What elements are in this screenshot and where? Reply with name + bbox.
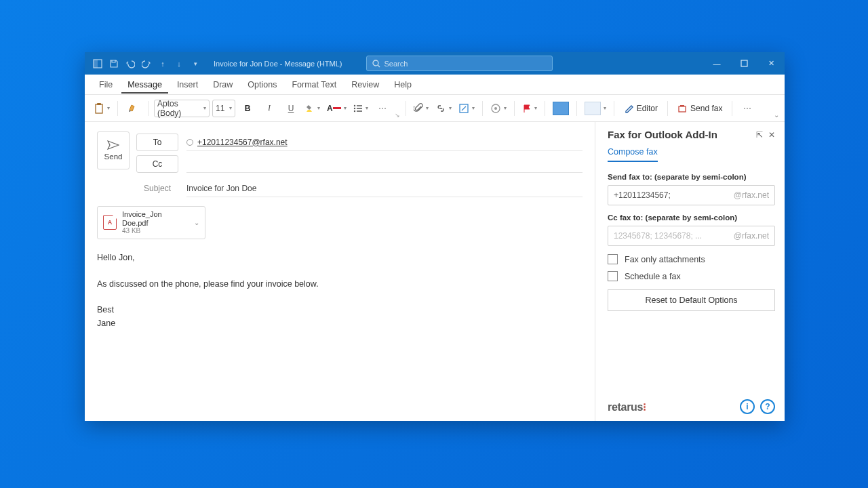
cc-field[interactable] <box>186 155 583 173</box>
chk-schedule-fax[interactable]: Schedule a fax <box>608 271 775 281</box>
chk-fax-only-attachments[interactable]: Fax only attachments <box>608 254 775 264</box>
panel-title: Fax for Outlook Add-In <box>608 129 717 140</box>
link-button[interactable]: ▾ <box>433 99 454 118</box>
svg-point-7 <box>353 107 355 108</box>
qat-overflow-icon[interactable]: ▾ <box>189 58 201 70</box>
group-launcher-icon[interactable]: ↘ <box>395 112 400 119</box>
undo-icon[interactable] <box>124 58 136 70</box>
paste-button[interactable]: ▾ <box>92 99 112 118</box>
titlebar: ↑ ↓ ▾ Invoice for Jon Doe - Message (HTM… <box>85 52 785 75</box>
maximize-button[interactable] <box>730 52 757 75</box>
tab-message[interactable]: Message <box>121 76 168 94</box>
to-button[interactable]: To <box>136 134 178 151</box>
to-field[interactable]: +12011234567@rfax.net <box>186 134 583 151</box>
immersive-reader-button[interactable] <box>551 99 571 118</box>
fontsize-combo[interactable]: 11▾ <box>212 100 235 117</box>
brand-logo: retarus⁝ <box>608 401 646 413</box>
svg-point-8 <box>353 110 355 111</box>
subject-field[interactable]: Invoice for Jon Doe <box>186 180 583 197</box>
checkbox-icon <box>608 254 618 264</box>
svg-rect-3 <box>741 60 747 66</box>
ribbon-tabs: File Message Insert Draw Options Format … <box>85 75 785 95</box>
compose-pane: Send To +12011234567@rfax.net Cc <box>85 122 595 421</box>
send-button[interactable]: Send <box>97 131 130 169</box>
window-controls: — ✕ <box>703 52 785 75</box>
svg-point-6 <box>353 104 355 106</box>
fontcolor-button[interactable]: A▾ <box>325 99 349 118</box>
ccto-label: Cc fax to: (separate by semi-colon) <box>608 214 775 222</box>
recipient-status-icon <box>186 139 193 146</box>
signature-button[interactable]: ▾ <box>456 99 477 118</box>
info-icon[interactable]: i <box>740 399 755 414</box>
search-placeholder: Search <box>384 60 408 68</box>
to-recipient[interactable]: +12011234567@rfax.net <box>197 138 288 147</box>
app-icon[interactable] <box>92 58 104 70</box>
underline-button[interactable]: U <box>281 99 300 118</box>
reset-defaults-button[interactable]: Reset to Default Options <box>608 289 775 311</box>
more-formatting-button[interactable]: ⋯ <box>373 99 392 118</box>
attach-button[interactable]: ▾ <box>412 99 431 118</box>
tab-insert[interactable]: Insert <box>171 76 204 94</box>
tab-draw[interactable]: Draw <box>207 76 239 94</box>
bullets-button[interactable]: ▾ <box>351 99 370 118</box>
quick-access-toolbar: ↑ ↓ ▾ <box>85 58 208 70</box>
window-title: Invoice for Jon Doe - Message (HTML) <box>208 60 342 68</box>
editor-icon <box>624 104 633 113</box>
view-templates-button[interactable]: ▾ <box>583 99 608 118</box>
policy-button[interactable]: ▾ <box>488 99 509 118</box>
redo-icon[interactable] <box>140 58 153 70</box>
tab-options[interactable]: Options <box>241 76 283 94</box>
tab-review[interactable]: Review <box>345 76 385 94</box>
svg-point-2 <box>373 60 378 66</box>
panel-pin-icon[interactable]: ⇱ <box>756 130 763 140</box>
cc-button[interactable]: Cc <box>136 155 178 173</box>
bold-button[interactable]: B <box>238 99 257 118</box>
format-painter-button[interactable] <box>123 99 142 118</box>
sendfax-to-input[interactable]: +12011234567; @rfax.net <box>608 185 775 205</box>
close-button[interactable]: ✕ <box>757 52 785 75</box>
svg-rect-12 <box>679 106 686 112</box>
ribbon-overflow-button[interactable]: ⋯ <box>738 99 757 118</box>
search-icon <box>372 60 380 68</box>
panel-tab-compose[interactable]: Compose fax <box>608 147 658 162</box>
chevron-down-icon[interactable]: ⌄ <box>194 219 199 226</box>
address-block: Send To +12011234567@rfax.net Cc <box>97 131 583 199</box>
message-body[interactable]: Hello Jon, As discussed on the phone, pl… <box>97 251 583 330</box>
highlight-button[interactable]: ▾ <box>303 99 322 118</box>
svg-point-11 <box>494 107 497 110</box>
attachment-chip[interactable]: A Invoice_Jon Doe.pdf 43 KB ⌄ <box>97 206 205 239</box>
font-combo[interactable]: Aptos (Body)▾ <box>154 100 210 117</box>
attachment-name: Invoice_Jon Doe.pdf <box>122 210 189 227</box>
save-icon[interactable] <box>108 58 120 70</box>
outlook-window: ↑ ↓ ▾ Invoice for Jon Doe - Message (HTM… <box>85 52 785 421</box>
search-input[interactable]: Search <box>366 56 553 71</box>
down-arrow-icon[interactable]: ↓ <box>173 58 185 70</box>
tab-help[interactable]: Help <box>388 76 418 94</box>
attachment-size: 43 KB <box>122 227 189 235</box>
svg-rect-5 <box>97 103 101 105</box>
editor-button[interactable]: Editor <box>620 104 662 113</box>
subject-label: Subject <box>136 184 178 193</box>
tab-file[interactable]: File <box>93 76 119 94</box>
fax-icon <box>677 104 687 113</box>
domain-suffix-cc: @rfax.net <box>734 231 769 241</box>
ccfax-to-input[interactable]: 12345678; 12345678; ... @rfax.net <box>608 226 775 246</box>
italic-button[interactable]: I <box>260 99 279 118</box>
domain-suffix: @rfax.net <box>734 190 769 200</box>
checkbox-icon <box>608 271 618 281</box>
up-arrow-icon[interactable]: ↑ <box>157 58 169 70</box>
svg-rect-1 <box>94 60 98 68</box>
body-area: Send To +12011234567@rfax.net Cc <box>85 122 785 421</box>
svg-rect-4 <box>96 104 102 113</box>
flag-button[interactable]: ▾ <box>520 99 539 118</box>
tab-formattext[interactable]: Format Text <box>285 76 342 94</box>
ribbon: ▾ Aptos (Body)▾ 11▾ B I U ▾ A▾ ▾ ⋯ ↘ ▾ ▾… <box>85 95 785 122</box>
fax-addin-panel: Fax for Outlook Add-In ⇱ ✕ Compose fax S… <box>595 122 785 421</box>
panel-close-icon[interactable]: ✕ <box>768 130 775 140</box>
sendto-label: Send fax to: (separate by semi-colon) <box>608 173 775 181</box>
minimize-button[interactable]: — <box>703 52 730 75</box>
send-icon <box>107 140 119 150</box>
sendfax-button[interactable]: Send fax <box>673 104 726 113</box>
help-icon[interactable]: ? <box>760 399 775 414</box>
ribbon-collapse-icon[interactable]: ⌄ <box>774 111 779 119</box>
